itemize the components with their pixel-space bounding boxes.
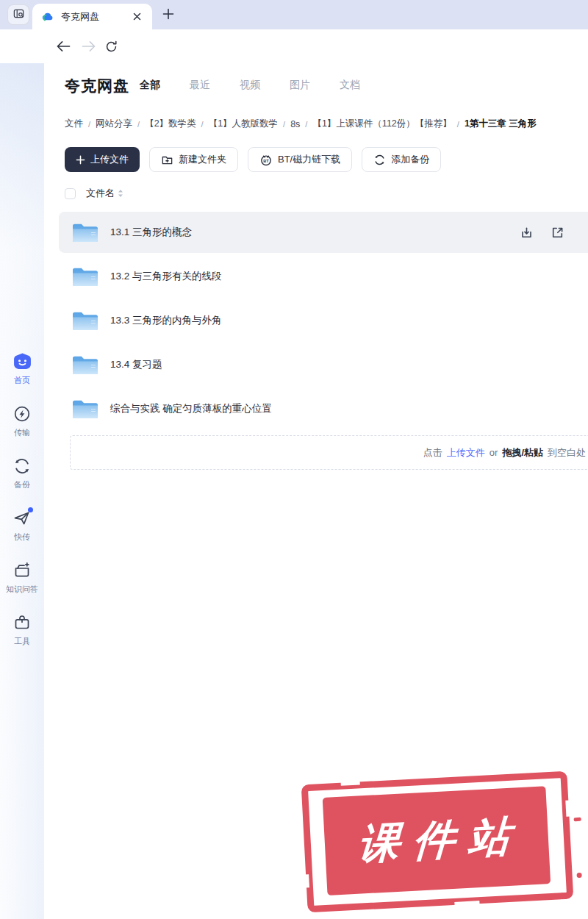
browser-tab-bar: 夸克网盘	[0, 0, 588, 29]
folder-icon	[71, 265, 99, 288]
new-folder-label: 新建文件夹	[179, 153, 226, 166]
new-tab-button[interactable]	[157, 5, 179, 26]
upload-file-button[interactable]: 上传文件	[65, 147, 140, 172]
sidebar-item-tools[interactable]: 工具	[0, 612, 44, 646]
file-name: 综合与实践 确定匀质薄板的重心位置	[110, 402, 272, 415]
folder-icon	[71, 221, 99, 244]
hint-prefix: 点击	[423, 446, 442, 460]
file-row-folder[interactable]: 13.3 三角形的内角与外角	[44, 298, 588, 343]
action-buttons: 上传文件 新建文件夹 BT	[65, 147, 441, 172]
sidebar-label-backup: 备份	[1, 480, 43, 490]
file-name: 13.2 与三角形有关的线段	[110, 270, 222, 283]
notification-dot	[28, 507, 33, 512]
file-row-folder[interactable]: 13.4 复习题	[44, 343, 588, 387]
titlebar: 夸克网盘	[65, 75, 129, 97]
stamp-core: 课件站	[323, 786, 551, 895]
tab-video[interactable]: 视频	[240, 79, 260, 92]
breadcrumb-separator: /	[457, 120, 459, 129]
sidebar-label-home: 首页	[1, 376, 43, 385]
tab-image[interactable]: 图片	[290, 79, 310, 92]
tab-recent[interactable]: 最近	[190, 79, 210, 92]
bt-magnet-download-button[interactable]: BT BT/磁力链下载	[248, 147, 352, 172]
breadcrumb-separator: /	[305, 120, 307, 129]
backup-sync-icon	[12, 456, 32, 476]
refresh-button[interactable]	[104, 39, 118, 54]
forward-button[interactable]	[81, 39, 96, 54]
upload-hint-dropzone[interactable]: 点击 上传文件 or 拖拽/粘贴 到空白处	[70, 435, 588, 470]
quark-logo-icon	[41, 10, 54, 24]
breadcrumb-item[interactable]: 网站分享	[96, 118, 132, 130]
sidebar-label-knowledge-qa: 知识问答	[1, 584, 43, 594]
stamp-gap	[304, 874, 309, 887]
plus-icon	[162, 8, 174, 23]
name-column-label: 文件名	[86, 187, 115, 200]
breadcrumb: 文件 / 网站分享 / 【2】数学类 / 【1】人教版数学 / 8s / 【1】…	[65, 118, 537, 130]
breadcrumb-item[interactable]: 【2】数学类	[145, 118, 196, 130]
upload-file-label: 上传文件	[90, 153, 129, 166]
tab-document[interactable]: 文档	[340, 79, 360, 92]
hint-drag-label: 拖拽/粘贴	[502, 446, 543, 460]
back-button[interactable]	[56, 39, 71, 54]
open-external-icon[interactable]	[550, 225, 564, 240]
quark-drive-window: 夸克网盘	[0, 0, 588, 919]
knowledge-qa-icon	[12, 560, 32, 580]
bt-download-label: BT/磁力链下载	[278, 153, 340, 166]
sidebar: 首页 传输	[0, 63, 44, 919]
folder-icon	[71, 354, 99, 376]
plus-icon	[76, 155, 85, 165]
select-all-checkbox[interactable]	[65, 188, 76, 199]
paper-plane-icon	[12, 508, 32, 528]
breadcrumb-item[interactable]: 文件	[65, 118, 83, 130]
sidebar-label-tools: 工具	[1, 637, 43, 646]
breadcrumb-separator: /	[137, 120, 140, 129]
workspace-search-button[interactable]	[7, 4, 29, 25]
row-actions	[519, 210, 564, 254]
bt-icon-label: BT	[263, 159, 269, 163]
sidebar-item-knowledge-qa[interactable]: 知识问答	[0, 560, 44, 594]
breadcrumb-current: 1第十三章 三角形	[465, 118, 537, 130]
sidebar-item-transfer[interactable]: 传输	[0, 404, 44, 437]
breadcrumb-separator: /	[283, 120, 285, 129]
sidebar-nav: 首页 传输	[0, 351, 44, 665]
tab-title: 夸克网盘	[61, 10, 130, 24]
hint-or: or	[490, 447, 498, 458]
browser-tab-quark[interactable]: 夸克网盘	[32, 4, 152, 29]
folder-icon	[71, 310, 99, 332]
breadcrumb-separator: /	[88, 120, 90, 129]
folder-icon	[71, 398, 99, 421]
breadcrumb-item[interactable]: 【1】人教版数学	[209, 118, 278, 130]
file-name: 13.4 复习题	[110, 358, 162, 371]
breadcrumb-item[interactable]: 8s	[290, 119, 300, 129]
window-search-icon	[12, 7, 25, 23]
sidebar-item-backup[interactable]: 备份	[0, 456, 44, 490]
hint-suffix: 到空白处	[548, 446, 586, 460]
stamp-text: 课件站	[349, 808, 525, 874]
name-column-header[interactable]: 文件名	[86, 187, 123, 200]
sidebar-item-home[interactable]: 首页	[0, 351, 44, 385]
file-row-folder[interactable]: 13.1 三角形的概念	[44, 210, 588, 254]
sidebar-label-fast-transfer: 快传	[1, 532, 43, 542]
add-backup-button[interactable]: 添加备份	[362, 147, 441, 172]
file-row-folder[interactable]: 综合与实践 确定匀质薄板的重心位置	[44, 387, 588, 431]
toolbox-icon	[12, 612, 32, 632]
new-folder-button[interactable]: 新建文件夹	[149, 147, 238, 172]
file-name: 13.1 三角形的概念	[110, 226, 192, 239]
sidebar-label-transfer: 传输	[1, 428, 43, 437]
download-icon[interactable]	[519, 225, 534, 240]
browser-toolbar	[0, 29, 588, 63]
home-icon	[12, 351, 32, 371]
hint-upload-link[interactable]: 上传文件	[447, 446, 485, 460]
file-rows: 13.1 三角形的概念	[44, 210, 588, 431]
view-tabs: 全部 最近 视频 图片 文档	[140, 79, 360, 92]
new-folder-icon	[161, 154, 173, 166]
tab-all[interactable]: 全部	[140, 79, 160, 92]
file-row-folder[interactable]: 13.2 与三角形有关的线段	[44, 254, 588, 298]
breadcrumb-separator: /	[201, 120, 204, 129]
breadcrumb-item[interactable]: 【1】上课课件（112份）【推荐】	[312, 118, 451, 130]
sidebar-item-fast-transfer[interactable]: 快传	[0, 508, 44, 542]
tab-close-icon[interactable]	[130, 10, 143, 24]
stamp-speck	[574, 818, 581, 822]
file-name: 13.3 三角形的内角与外角	[110, 314, 222, 327]
stamp-gap	[565, 800, 570, 816]
add-backup-label: 添加备份	[391, 153, 429, 166]
